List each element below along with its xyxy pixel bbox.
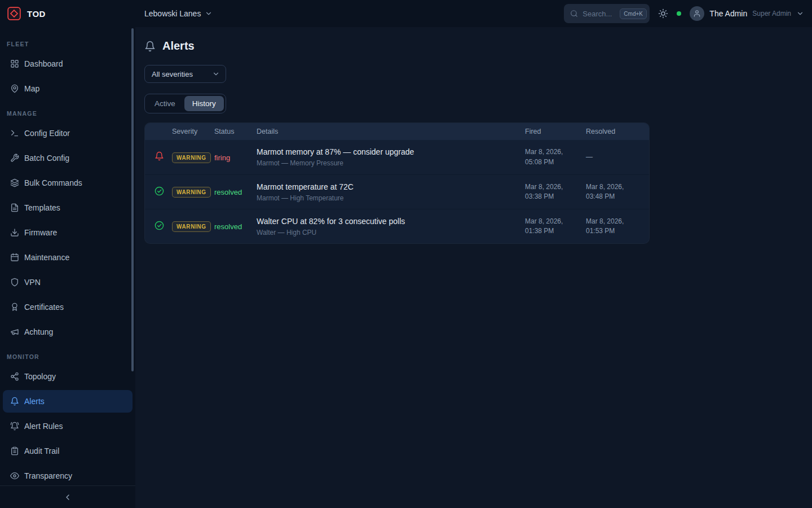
sidebar-item-label: Bulk Commands [24, 178, 82, 187]
sidebar-item-alert-rules[interactable]: Alert Rules [3, 415, 133, 437]
chevron-down-icon [205, 10, 213, 17]
award-icon [10, 303, 19, 312]
sidebar-item-label: Alerts [24, 397, 45, 406]
calendar-icon [10, 253, 19, 262]
page-title: Alerts [162, 40, 195, 52]
fired-at: Mar 8, 2026, 05:08 PM [525, 147, 586, 167]
sidebar-section-label: MANAGE [0, 110, 135, 117]
sidebar-item-topology[interactable]: Topology [3, 365, 133, 388]
alert-row[interactable]: WARNINGfiringMarmot memory at 87% — cons… [145, 140, 649, 174]
sidebar-item-label: Topology [24, 372, 56, 381]
org-name: Lebowski Lanes [144, 9, 201, 18]
avatar [690, 6, 704, 21]
user-role: Super Admin [752, 10, 791, 17]
org-selector[interactable]: Lebowski Lanes [144, 9, 213, 18]
column-header: Severity [172, 128, 214, 135]
bell-icon [10, 397, 19, 406]
wrench-icon [10, 154, 19, 163]
severity-filter-select[interactable]: All severities [144, 65, 226, 83]
sidebar-item-label: Audit Trail [24, 446, 59, 456]
terminal-icon [10, 129, 19, 138]
sidebar-item-alerts[interactable]: Alerts [3, 390, 133, 413]
sidebar-item-label: Config Editor [24, 129, 70, 138]
status-text: resolved [214, 222, 242, 231]
alert-row[interactable]: WARNINGresolvedWalter CPU at 82% for 3 c… [145, 209, 649, 243]
fired-at: Mar 8, 2026, 03:38 PM [525, 182, 586, 202]
check-circle-icon [155, 221, 164, 230]
sidebar-item-label: Certificates [24, 303, 64, 312]
severity-badge: WARNING [172, 187, 211, 198]
column-header: Status [214, 128, 257, 135]
severity-badge: WARNING [172, 221, 211, 232]
column-header: Details [257, 128, 525, 135]
shield-icon [10, 278, 19, 287]
sidebar-item-label: Map [24, 84, 39, 93]
sidebar-item-label: Transparency [24, 471, 72, 480]
share-network-icon [10, 372, 19, 381]
sidebar-item-vpn[interactable]: VPN [3, 271, 133, 294]
alert-subtitle: Walter — High CPU [257, 229, 525, 237]
online-status-dot [677, 11, 681, 16]
tab-history[interactable]: History [184, 96, 224, 111]
clipboard-icon [10, 446, 19, 456]
sidebar-item-label: Maintenance [24, 253, 69, 262]
resolved-at: Mar 8, 2026, 01:53 PM [586, 217, 648, 237]
fired-at: Mar 8, 2026, 01:38 PM [525, 217, 586, 237]
alert-title: Walter CPU at 82% for 3 consecutive poll… [257, 217, 525, 226]
sidebar-item-dashboard[interactable]: Dashboard [3, 52, 133, 75]
sidebar-section-label: MONITOR [0, 353, 135, 360]
sidebar-item-label: Dashboard [24, 59, 63, 68]
resolved-at: Mar 8, 2026, 03:48 PM [586, 182, 648, 202]
sidebar-item-bulk-commands[interactable]: Bulk Commands [3, 172, 133, 194]
sidebar-item-audit-trail[interactable]: Audit Trail [3, 440, 133, 462]
sidebar-item-map[interactable]: Map [3, 77, 133, 100]
chevron-down-icon [796, 10, 804, 17]
alert-title: Marmot temperature at 72C [257, 182, 525, 191]
topbar: TOD Lebowski Lanes Cmd+K The Admin Super… [0, 0, 812, 27]
search-shortcut-badge: Cmd+K [620, 8, 647, 19]
sidebar-item-achtung[interactable]: Achtung [3, 321, 133, 343]
theme-toggle-sun-icon[interactable] [658, 8, 668, 19]
sidebar-collapse-button[interactable] [0, 485, 135, 508]
bell-alert-icon [155, 151, 164, 161]
sidebar-item-transparency[interactable]: Transparency [3, 465, 133, 485]
sidebar-item-firmware[interactable]: Firmware [3, 221, 133, 244]
tab-active[interactable]: Active [147, 96, 183, 111]
severity-badge: WARNING [172, 152, 211, 163]
sidebar-item-config-editor[interactable]: Config Editor [3, 122, 133, 144]
severity-filter-value: All severities [152, 70, 193, 78]
file-text-icon [10, 203, 19, 212]
user-icon [693, 10, 701, 17]
sidebar-item-label: Batch Config [24, 154, 69, 163]
search-icon [570, 10, 578, 17]
megaphone-icon [10, 327, 19, 336]
page-header: Alerts [144, 40, 803, 52]
sidebar-section-label: FLEET [0, 41, 135, 47]
map-pin-icon [10, 84, 19, 93]
alert-row[interactable]: WARNINGresolvedMarmot temperature at 72C… [145, 174, 649, 209]
app-logo-icon [7, 6, 21, 21]
search-box[interactable]: Cmd+K [564, 4, 650, 23]
bell-icon [144, 41, 156, 52]
sidebar-item-batch-config[interactable]: Batch Config [3, 147, 133, 169]
sidebar-item-label: Achtung [24, 327, 53, 336]
search-input[interactable] [582, 10, 615, 18]
sidebar-item-certificates[interactable]: Certificates [3, 296, 133, 318]
resolved-at: — [586, 152, 648, 162]
sidebar-scrollbar[interactable] [131, 28, 134, 371]
alerts-tabs: ActiveHistory [144, 94, 226, 113]
sidebar-item-templates[interactable]: Templates [3, 196, 133, 219]
grid-icon [10, 59, 19, 68]
check-circle-icon [155, 186, 164, 196]
alert-title: Marmot memory at 87% — consider upgrade [257, 147, 525, 156]
topbar-brand: TOD [0, 6, 135, 21]
layers-icon [10, 178, 19, 187]
download-icon [10, 228, 19, 237]
sidebar-item-label: VPN [24, 278, 41, 287]
sidebar-item-label: Templates [24, 203, 60, 212]
status-text: firing [214, 154, 230, 162]
user-menu[interactable]: The Admin Super Admin [690, 6, 804, 21]
sidebar-item-maintenance[interactable]: Maintenance [3, 246, 133, 269]
user-name: The Admin [709, 9, 747, 18]
sidebar-item-label: Alert Rules [24, 422, 63, 431]
